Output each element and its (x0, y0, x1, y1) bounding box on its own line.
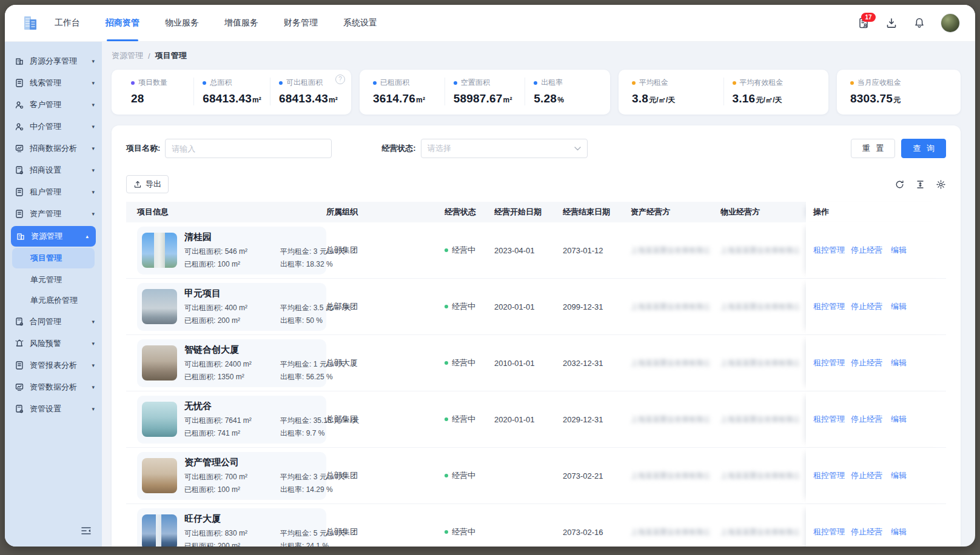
tab-system-settings[interactable]: 系统设置 (343, 5, 377, 41)
chevron-down-icon: ▾ (92, 407, 95, 412)
project-card[interactable]: 甲元项目 可出租面积: 400 m² 平均租金: 3.5 元/㎡/天 已租面积:… (137, 283, 326, 331)
sidebar-item-agency[interactable]: 中介管理▾ (5, 116, 102, 138)
rent-control-link[interactable]: 租控管理 (813, 527, 845, 537)
stat-rented-area: 已租面积 3614.76m² (364, 78, 445, 105)
stop-operating-link[interactable]: 停止经营 (851, 470, 882, 481)
status-cell: 经营中 (445, 414, 494, 425)
actions-cell: 租控管理 停止经营 编辑 (806, 504, 946, 547)
stop-operating-link[interactable]: 停止经营 (851, 414, 882, 425)
sidebar-item-customer[interactable]: 客户管理▾ (5, 94, 102, 116)
edit-link[interactable]: 编辑 (891, 527, 907, 537)
stop-operating-link[interactable]: 停止经营 (851, 301, 882, 312)
edit-link[interactable]: 编辑 (891, 357, 907, 368)
actions-cell: 租控管理 停止经营 编辑 (806, 222, 946, 278)
select-placeholder: 请选择 (428, 143, 451, 154)
sidebar-item-clue[interactable]: 线索管理▾ (5, 72, 102, 94)
download-center-icon[interactable] (885, 17, 898, 29)
project-card[interactable]: 旺仔大厦 可出租面积: 830 m² 平均租金: 5 元/㎡/天 已租面积: 2… (137, 508, 326, 547)
edit-link[interactable]: 编辑 (891, 414, 907, 425)
rent-control-link[interactable]: 租控管理 (813, 245, 845, 256)
project-card[interactable]: 资产管理公司 可出租面积: 700 m² 平均租金: 3 元/㎡/天 已租面积:… (137, 452, 326, 500)
edit-link[interactable]: 编辑 (891, 301, 907, 312)
tab-finance[interactable]: 财务管理 (284, 5, 318, 41)
column-settings-icon[interactable] (936, 179, 946, 190)
sidebar-item-report-analysis[interactable]: 资管报表分析▾ (5, 354, 102, 376)
settings-icon (15, 404, 24, 414)
sidebar-item-bid-settings[interactable]: 招商设置▾ (5, 159, 102, 181)
tab-leasing-asset[interactable]: 招商资管 (106, 5, 139, 41)
table-row: 旺仔大厦 可出租面积: 830 m² 平均租金: 5 元/㎡/天 已租面积: 2… (126, 504, 946, 547)
project-name[interactable]: 智链合创大厦 (184, 344, 345, 356)
help-icon[interactable]: ? (335, 75, 345, 84)
stat-total-area: 总面积 68413.43m² (193, 78, 270, 105)
actions-cell: 租控管理 停止经营 编辑 (806, 391, 946, 447)
breadcrumb: 资源管理 / 项目管理 (112, 50, 961, 61)
start-date-cell: 2020-01-01 (494, 302, 563, 311)
blurred-company-text: 上海某某置业发展有限公司 (631, 358, 710, 368)
notification-badge: 17 (861, 13, 876, 22)
project-name[interactable]: 清桂园 (184, 231, 345, 243)
project-name-input[interactable] (165, 139, 332, 158)
user-avatar[interactable] (941, 14, 959, 32)
blurred-company-text: 上海某某置业发展有限公司 (720, 414, 799, 425)
rent-control-link[interactable]: 租控管理 (813, 301, 845, 312)
sidebar-item-tenant[interactable]: 租户管理▾ (5, 181, 102, 203)
stop-operating-link[interactable]: 停止经营 (851, 527, 882, 537)
asset-operator-cell: 上海某某置业发展有限公司 (631, 471, 720, 481)
end-date-cell: 2029-12-31 (563, 415, 631, 424)
actions-cell: 租控管理 停止经营 编辑 (806, 448, 946, 503)
approval-doc-icon[interactable]: 17 (858, 17, 870, 29)
sidebar-item-house-share[interactable]: 房源分享管理▾ (5, 50, 102, 72)
rent-control-link[interactable]: 租控管理 (813, 414, 845, 425)
sidebar-item-risk[interactable]: 风险预警▾ (5, 333, 102, 354)
sidebar-item-data-analysis[interactable]: 资管数据分析▾ (5, 376, 102, 398)
sidebar-subitem-project-management[interactable]: 项目管理 (12, 248, 95, 268)
blue-dot (454, 81, 457, 85)
reset-button[interactable]: 重 置 (851, 139, 896, 158)
stat-card-rent: 平均租金 3.8元/㎡/天 平均有效租金 3.16元/㎡/天 (619, 70, 828, 115)
sidebar-item-bid-data-analysis[interactable]: 招商数据分析▾ (5, 138, 102, 159)
project-card[interactable]: 清桂园 可出租面积: 546 m² 平均租金: 3 元/㎡/天 已租面积: 10… (137, 227, 326, 274)
sidebar-subitem-unit-management[interactable]: 单元管理 (5, 270, 102, 290)
project-name[interactable]: 旺仔大厦 (184, 513, 345, 525)
project-photo (142, 514, 177, 547)
project-card[interactable]: 智链合创大厦 可出租面积: 2400 m² 平均租金: 1 元/㎡/天 已租面积… (137, 339, 326, 387)
project-name[interactable]: 资产管理公司 (184, 457, 345, 468)
project-name[interactable]: 甲元项目 (184, 288, 351, 299)
org-cell: 总部集团 (326, 245, 445, 256)
sidebar-item-asset[interactable]: 资产管理▾ (5, 203, 102, 225)
sidebar-subitem-unit-floor-price[interactable]: 单元底价管理 (5, 290, 102, 311)
chevron-down-icon: ▾ (92, 385, 95, 390)
status-cell: 经营中 (445, 470, 494, 481)
sidebar-item-resource[interactable]: 资源管理▴ (11, 226, 96, 247)
breadcrumb-parent[interactable]: 资源管理 (112, 50, 143, 61)
blurred-company-text: 上海某某置业发展有限公司 (631, 302, 710, 312)
rent-control-link[interactable]: 租控管理 (813, 357, 845, 368)
rent-control-link[interactable]: 租控管理 (813, 470, 845, 481)
asset-operator-cell: 上海某某置业发展有限公司 (631, 302, 720, 312)
export-button[interactable]: 导出 (126, 175, 169, 193)
search-button[interactable]: 查 询 (901, 139, 946, 158)
bell-icon[interactable] (913, 17, 925, 29)
stop-operating-link[interactable]: 停止经营 (851, 357, 882, 368)
tab-property-service[interactable]: 物业服务 (165, 5, 199, 41)
tab-workbench[interactable]: 工作台 (55, 5, 80, 41)
end-date-cell: 2073-01-12 (563, 246, 631, 255)
tab-value-added-service[interactable]: 增值服务 (224, 5, 258, 41)
operating-status-select[interactable]: 请选择 (421, 139, 588, 158)
sidebar-item-contract[interactable]: 合同管理▾ (5, 311, 102, 333)
project-name[interactable]: 无忧谷 (184, 400, 360, 412)
status-dot (445, 361, 448, 365)
chart-icon (15, 382, 24, 392)
stop-operating-link[interactable]: 停止经营 (851, 245, 882, 256)
sidebar-item-asset-settings[interactable]: 资管设置▾ (5, 398, 102, 420)
row-height-icon[interactable] (915, 179, 925, 190)
menu-fold-icon[interactable] (80, 525, 92, 537)
refresh-icon[interactable] (894, 179, 905, 190)
app-logo-icon[interactable] (21, 13, 40, 33)
stat-card-occupancy: 已租面积 3614.76m² 空置面积 58987.67m² 出租率 5.28% (360, 70, 610, 115)
edit-link[interactable]: 编辑 (891, 245, 907, 256)
edit-link[interactable]: 编辑 (891, 470, 907, 481)
status-dot (445, 474, 448, 477)
project-card[interactable]: 无忧谷 可出租面积: 7641 m² 平均租金: 35.15 元/㎡/天 已租面… (137, 396, 326, 444)
